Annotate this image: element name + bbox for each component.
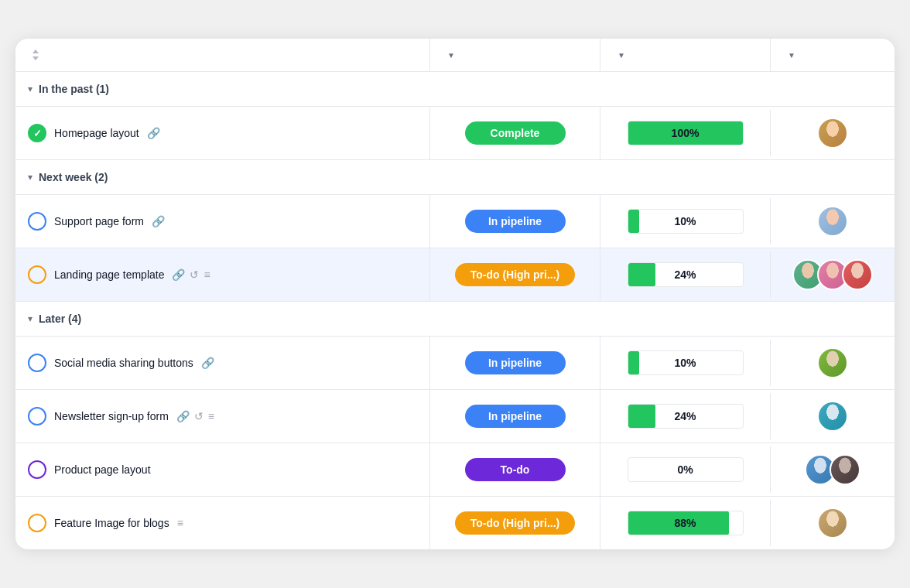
link-icon: 🔗 — [152, 215, 165, 227]
section-chevron-icon[interactable]: ▾ — [28, 172, 32, 183]
link-icon: 🔗 — [147, 127, 160, 139]
progress-chevron-icon: ▼ — [618, 51, 625, 60]
progress-label: 100% — [628, 127, 743, 139]
progress-cell: 100% — [600, 110, 771, 156]
task-title-cell: ✓ Homepage layout 🔗 — [15, 107, 430, 159]
task-icon-group: 🔗↺≡ — [172, 268, 210, 281]
avatar-group — [792, 259, 873, 290]
task-status-dot — [28, 514, 46, 532]
progress-cell: 24% — [600, 251, 771, 298]
progress-label: 10% — [628, 215, 743, 227]
table-row: Newsletter sign-up form 🔗↺≡ In pipeline … — [15, 390, 895, 443]
task-name: Landing page template — [54, 268, 164, 281]
table-row: Product page layout To-do 0% — [15, 443, 895, 497]
assigned-chevron-icon: ▼ — [788, 51, 795, 60]
status-badge[interactable]: In pipeline — [465, 210, 566, 233]
task-title-cell: Social media sharing buttons 🔗 — [15, 337, 430, 389]
task-status-dot — [28, 354, 46, 372]
checkmark-icon: ✓ — [33, 128, 42, 139]
task-title-cell: Newsletter sign-up form 🔗↺≡ — [15, 390, 430, 443]
section-header-later: ▾ Later (4) — [15, 302, 895, 337]
progress-cell: 10% — [600, 198, 771, 244]
link-icon: 🔗 — [201, 357, 214, 369]
table-row: Landing page template 🔗↺≡ To-do (High pr… — [15, 248, 895, 302]
status-badge[interactable]: In pipeline — [465, 351, 566, 374]
stage-cell: In pipeline — [430, 337, 600, 389]
progress-cell: 0% — [600, 446, 771, 493]
section-chevron-icon[interactable]: ▾ — [28, 84, 32, 94]
progress-label: 10% — [628, 357, 743, 369]
assigned-cell — [771, 443, 895, 496]
task-title-cell: Support page form 🔗 — [15, 195, 430, 248]
avatar — [830, 454, 860, 485]
table-row: Feature Image for blogs ≡ To-do (High pr… — [15, 497, 895, 549]
list-icon: ≡ — [204, 268, 210, 281]
section-title: In the past (1) — [39, 83, 109, 95]
stage-chevron-icon: ▼ — [447, 51, 455, 60]
status-badge[interactable]: To-do (High pri...) — [455, 511, 576, 535]
avatar-group — [817, 206, 848, 237]
task-title-cell: Product page layout — [15, 443, 430, 496]
assigned-cell — [771, 107, 895, 159]
status-badge[interactable]: To-do — [465, 458, 566, 481]
link-icon: 🔗 — [176, 410, 190, 422]
stage-cell: To-do (High pri...) — [430, 248, 600, 301]
table-row: Support page form 🔗 In pipeline 10% — [15, 195, 895, 248]
avatar — [817, 118, 848, 149]
progress-bar: 88% — [628, 511, 744, 535]
task-name: Product page layout — [54, 463, 151, 476]
task-name: Support page form — [54, 215, 144, 227]
task-title-cell: Feature Image for blogs ≡ — [15, 497, 430, 549]
table-row: Social media sharing buttons 🔗 In pipeli… — [15, 337, 895, 390]
recycle-icon: ↺ — [194, 410, 204, 422]
task-name: Social media sharing buttons — [54, 357, 193, 369]
th-stage[interactable]: ▼ — [430, 39, 600, 71]
progress-cell: 88% — [600, 500, 771, 546]
stage-cell: Complete — [430, 107, 600, 159]
status-badge[interactable]: To-do (High pri...) — [455, 263, 576, 286]
stage-cell: To-do (High pri...) — [430, 497, 600, 549]
task-status-dot — [28, 265, 46, 284]
avatar-group — [805, 454, 860, 485]
table-body: ▾ In the past (1) ✓ Homepage layout 🔗 Co… — [15, 72, 895, 549]
task-name: Newsletter sign-up form — [54, 410, 169, 422]
section-title: Next week (2) — [39, 171, 108, 183]
task-name: Homepage layout — [54, 127, 139, 139]
avatar — [817, 508, 848, 538]
progress-cell: 24% — [600, 393, 771, 439]
th-assigned[interactable]: ▼ — [771, 39, 895, 71]
avatar — [817, 347, 848, 378]
task-icon-group: ≡ — [177, 517, 183, 529]
progress-bar: 24% — [628, 262, 744, 287]
th-progress[interactable]: ▼ — [600, 39, 771, 71]
stage-cell: In pipeline — [430, 195, 600, 248]
progress-label: 0% — [628, 463, 743, 476]
status-badge[interactable]: Complete — [465, 121, 566, 145]
task-status-dot: ✓ — [28, 124, 46, 142]
table-header: ▼ ▼ ▼ — [15, 39, 895, 72]
list-icon: ≡ — [208, 410, 214, 422]
section-chevron-icon[interactable]: ▾ — [28, 313, 32, 324]
progress-bar: 0% — [628, 457, 744, 482]
progress-label: 88% — [628, 517, 743, 529]
avatar-group — [817, 118, 848, 149]
section-title: Later (4) — [39, 313, 81, 325]
recycle-icon: ↺ — [190, 268, 199, 281]
assigned-cell — [771, 497, 895, 549]
task-icon-group: 🔗 — [152, 215, 165, 227]
task-status-dot — [28, 212, 46, 231]
assigned-cell — [771, 195, 895, 248]
link-icon: 🔗 — [172, 268, 185, 281]
task-icon-group: 🔗↺≡ — [176, 410, 214, 422]
avatar-group — [817, 401, 848, 432]
assigned-cell — [771, 390, 895, 443]
task-status-dot — [28, 460, 46, 479]
task-title-cell: Landing page template 🔗↺≡ — [15, 248, 430, 301]
progress-bar: 10% — [628, 350, 744, 375]
status-badge[interactable]: In pipeline — [465, 405, 566, 428]
progress-bar: 24% — [628, 404, 744, 429]
stage-cell: In pipeline — [430, 390, 600, 443]
avatar-group — [817, 508, 848, 538]
th-task-title[interactable] — [15, 39, 430, 71]
task-status-dot — [28, 407, 46, 426]
